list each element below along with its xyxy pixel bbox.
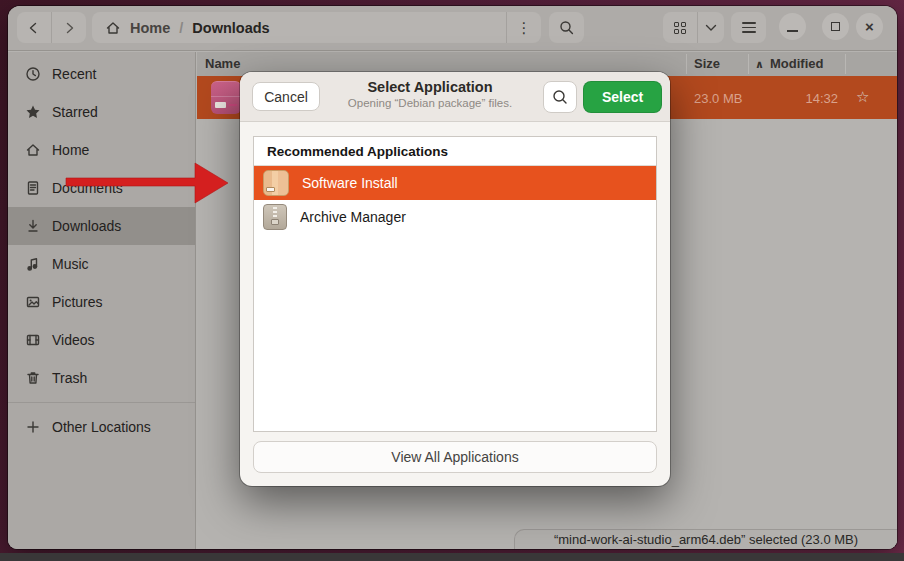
home-icon [25,142,41,158]
sidebar-item-label: Starred [52,104,98,120]
main-menu-button[interactable] [731,12,766,43]
kebab-icon: ⋮ [517,19,532,37]
column-divider [748,54,749,74]
picture-icon [25,294,41,310]
sidebar-item-label: Documents [52,180,123,196]
column-divider [845,54,846,74]
desktop-dock-strip [0,553,904,561]
app-row-archive-manager[interactable]: Archive Manager [254,200,656,234]
breadcrumb[interactable]: Home / Downloads ⋮ [92,12,541,43]
dialog-subtitle: Opening “Debian package” files. [330,97,530,109]
trash-icon [25,370,41,386]
file-modified: 14:32 [757,91,838,106]
star-icon[interactable]: ☆ [856,88,869,106]
sidebar-item-starred[interactable]: Starred [8,93,195,131]
home-icon [105,20,121,36]
archive-manager-icon [263,204,287,230]
section-header: Recommended Applications [254,137,656,166]
maximize-button[interactable] [822,13,849,40]
download-icon [25,218,41,234]
file-size: 23.0 MB [694,91,742,106]
grid-view-button[interactable] [663,12,697,43]
close-icon: × [865,18,874,35]
sidebar-item-label: Home [52,142,89,158]
sidebar-item-music[interactable]: Music [8,245,195,283]
star-icon [25,104,41,120]
dialog-title: Select Application [330,79,530,95]
sidebar-item-recent[interactable]: Recent [8,55,195,93]
sidebar-item-label: Other Locations [52,419,151,435]
sidebar-item-downloads[interactable]: Downloads [8,207,195,245]
app-name: Archive Manager [300,209,406,225]
column-header-modified[interactable]: Modified [770,56,823,71]
column-divider [686,54,687,74]
app-row-software-install[interactable]: Software Install [254,166,656,200]
sort-ascending-icon: ∧ [755,58,764,71]
minimize-icon [787,30,798,32]
deb-package-icon [211,81,241,114]
grid-view-icon [674,22,686,34]
back-button[interactable] [17,12,51,43]
places-sidebar: Recent Starred Home Documents Downloads … [8,52,196,549]
sidebar-item-trash[interactable]: Trash [8,359,195,397]
search-icon [559,20,574,35]
path-menu-button[interactable]: ⋮ [506,12,541,43]
film-icon [25,332,41,348]
minimize-button[interactable] [779,13,806,40]
search-button[interactable] [549,12,584,43]
column-header-name[interactable]: Name [205,56,240,71]
chevron-right-icon [63,22,75,34]
sidebar-item-label: Videos [52,332,95,348]
plus-icon [25,419,41,435]
sidebar-separator [8,402,195,403]
selection-status-text: “mind-work-ai-studio_arm64.deb” selected… [554,532,858,547]
sidebar-item-label: Trash [52,370,87,386]
forward-button[interactable] [52,12,86,43]
close-button[interactable]: × [856,13,883,40]
sidebar-item-label: Pictures [52,294,103,310]
view-all-applications-button[interactable]: View All Applications [253,441,657,473]
dialog-header: Cancel Select Application Opening “Debia… [240,72,670,122]
view-toggle-split-button [663,12,724,43]
breadcrumb-divider: / [179,20,183,36]
maximize-icon [831,22,840,31]
software-install-icon [263,170,289,196]
app-name: Software Install [302,175,398,191]
nav-button-group [17,12,86,43]
music-note-icon [25,256,41,272]
status-bar: “mind-work-ai-studio_arm64.deb” selected… [514,529,897,549]
sidebar-item-label: Music [52,256,89,272]
document-icon [25,180,41,196]
select-button[interactable]: Select [583,81,662,113]
sidebar-item-label: Downloads [52,218,121,234]
cancel-button[interactable]: Cancel [252,82,320,111]
hamburger-icon [742,22,756,33]
dialog-search-button[interactable] [543,81,577,113]
chevron-down-icon [705,24,717,32]
breadcrumb-home[interactable]: Home [130,20,170,36]
application-list: Recommended Applications Software Instal… [253,136,657,432]
view-options-button[interactable] [697,12,723,43]
sidebar-item-other-locations[interactable]: Other Locations [8,408,195,446]
sidebar-item-pictures[interactable]: Pictures [8,283,195,321]
sidebar-item-label: Recent [52,66,96,82]
column-header-size[interactable]: Size [694,56,720,71]
sidebar-item-documents[interactable]: Documents [8,169,195,207]
search-icon [552,89,568,105]
clock-icon [25,66,41,82]
sidebar-item-videos[interactable]: Videos [8,321,195,359]
chevron-left-icon [28,22,40,34]
header-bar: Home / Downloads ⋮ × [8,6,897,51]
dialog-title-area: Select Application Opening “Debian packa… [330,79,530,109]
sidebar-item-home[interactable]: Home [8,131,195,169]
breadcrumb-current[interactable]: Downloads [192,20,269,36]
select-application-dialog: Cancel Select Application Opening “Debia… [240,72,670,486]
